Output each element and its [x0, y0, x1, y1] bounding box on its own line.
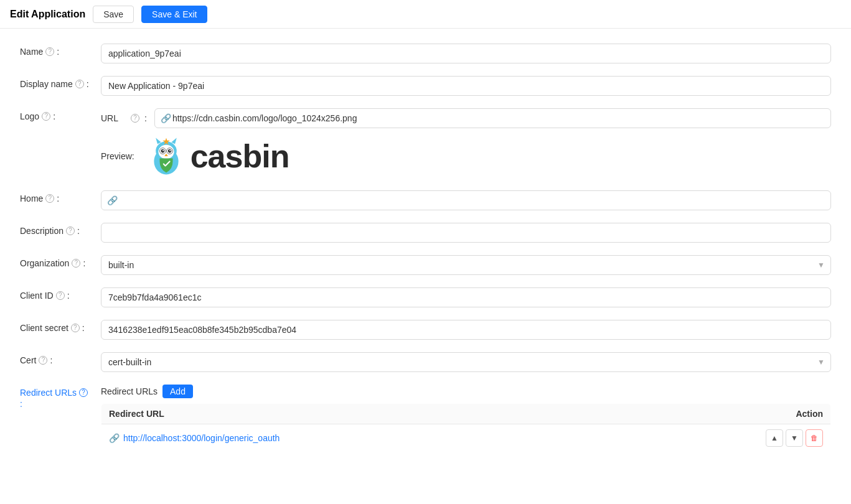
home-row: Home ? 🔗 [20, 190, 831, 210]
home-help-icon[interactable]: ? [45, 194, 54, 203]
client-id-help-icon[interactable]: ? [56, 291, 65, 300]
home-label: Home ? [20, 190, 101, 203]
home-input-wrap: 🔗 [101, 190, 831, 210]
organization-label: Organization ? [20, 255, 101, 268]
cert-row: Cert ? cert-built-in ▼ [20, 352, 831, 372]
name-row: Name ? [20, 44, 831, 63]
casbin-owl-svg [144, 134, 188, 178]
logo-preview-wrap: Preview: [101, 134, 831, 178]
display-name-input-wrap [101, 76, 831, 96]
redirect-link-icon: 🔗 [109, 433, 120, 443]
description-row: Description ? [20, 223, 831, 243]
move-up-button[interactable]: ▲ [766, 429, 783, 447]
client-id-input-wrap [101, 287, 831, 307]
client-secret-input-wrap [101, 320, 831, 340]
cert-select[interactable]: cert-built-in [101, 352, 831, 372]
client-secret-row: Client secret ? [20, 320, 831, 340]
logo-row: Logo ? URL ? : 🔗 Preview: [20, 108, 831, 178]
logo-help-icon[interactable]: ? [42, 112, 50, 121]
redirect-urls-table: Redirect URL Action 🔗 http://localhost:3… [101, 403, 831, 452]
description-input[interactable] [101, 223, 831, 243]
url-link-icon: 🔗 [161, 113, 171, 123]
redirect-urls-colon: : [20, 399, 101, 409]
redirect-table-wrap: Redirect URLs Add Redirect URL Action 🔗 … [101, 385, 831, 452]
home-link-icon: 🔗 [107, 195, 118, 205]
svg-point-9 [162, 150, 164, 151]
redirect-table-header: Redirect URLs Add [101, 385, 831, 398]
organization-select[interactable]: built-in [101, 255, 831, 275]
table-row: 🔗 http://localhost:3000/login/generic_oa… [101, 424, 831, 452]
display-name-label: Display name ? [20, 76, 101, 89]
redirect-urls-label: Redirect URLs ? : [20, 385, 101, 409]
client-secret-label: Client secret ? [20, 320, 101, 333]
name-input-wrap [101, 44, 831, 63]
display-name-row: Display name ? [20, 76, 831, 96]
description-label: Description ? [20, 223, 101, 236]
url-sub-label: URL [101, 113, 126, 123]
svg-point-10 [169, 150, 171, 151]
organization-row: Organization ? built-in ▼ [20, 255, 831, 275]
redirect-urls-help-icon[interactable]: ? [79, 388, 88, 397]
name-label: Name ? [20, 44, 101, 57]
action-cell: ▲ ▼ 🗑 [756, 424, 831, 452]
description-input-wrap [101, 223, 831, 243]
redirect-url-cell: 🔗 http://localhost:3000/login/generic_oa… [101, 424, 756, 452]
svg-marker-2 [156, 138, 161, 144]
save-button[interactable]: Save [93, 6, 134, 23]
cert-select-wrap: cert-built-in ▼ [101, 352, 831, 372]
url-help-icon[interactable]: ? [131, 114, 139, 123]
col-action: Action [756, 404, 831, 424]
redirect-urls-table-title: Redirect URLs [101, 386, 158, 396]
save-exit-button[interactable]: Save & Exit [141, 6, 207, 23]
cert-label: Cert ? [20, 352, 101, 365]
client-secret-help-icon[interactable]: ? [71, 324, 80, 332]
redirect-urls-row: Redirect URLs ? : Redirect URLs Add Redi… [20, 385, 831, 452]
display-name-help-icon[interactable]: ? [75, 80, 84, 88]
display-name-input[interactable] [101, 76, 831, 96]
organization-select-wrap: built-in ▼ [101, 255, 831, 275]
logo-url-input[interactable] [154, 108, 831, 128]
col-redirect-url: Redirect URL [101, 404, 756, 424]
table-header-row: Redirect URL Action [101, 404, 831, 424]
organization-help-icon[interactable]: ? [72, 259, 80, 268]
casbin-logo-preview: casbin [144, 134, 289, 178]
redirect-url-value: http://localhost:3000/login/generic_oaut… [123, 433, 280, 443]
move-down-button[interactable]: ▼ [786, 429, 803, 447]
client-id-row: Client ID ? [20, 287, 831, 307]
delete-button[interactable]: 🗑 [806, 429, 823, 447]
logo-label: Logo ? [20, 108, 101, 121]
cert-help-icon[interactable]: ? [39, 356, 47, 365]
client-id-input[interactable] [101, 287, 831, 307]
casbin-text: casbin [190, 138, 289, 175]
svg-marker-3 [171, 138, 176, 144]
home-input[interactable] [101, 190, 831, 210]
name-input[interactable] [101, 44, 831, 63]
page-title: Edit Application [10, 9, 85, 20]
header: Edit Application Save Save & Exit [0, 0, 851, 29]
logo-control-wrap: URL ? : 🔗 Preview: [101, 108, 831, 178]
client-id-label: Client ID ? [20, 287, 101, 301]
client-secret-input[interactable] [101, 320, 831, 340]
form-body: Name ? Display name ? Logo ? URL ? [0, 29, 851, 480]
description-help-icon[interactable]: ? [66, 226, 75, 235]
preview-label: Preview: [101, 151, 134, 161]
add-redirect-url-button[interactable]: Add [162, 385, 193, 398]
name-help-icon[interactable]: ? [45, 47, 54, 56]
